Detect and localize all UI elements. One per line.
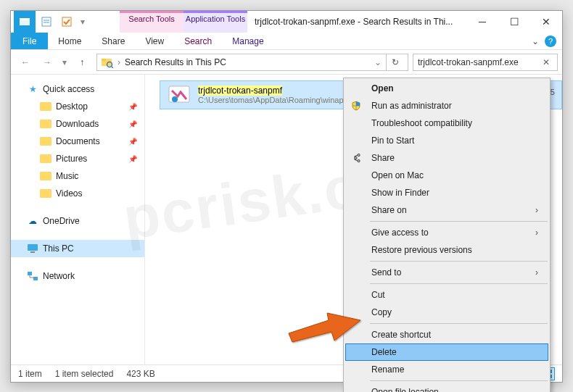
ribbon-expand-icon[interactable]: ⌄ bbox=[532, 36, 539, 46]
svg-rect-1 bbox=[20, 18, 30, 20]
svg-rect-3 bbox=[62, 17, 71, 26]
svg-point-18 bbox=[172, 96, 178, 102]
result-path: C:\Users\tomas\AppData\Roaming\winapp bbox=[198, 96, 348, 104]
ctx-give-access-to[interactable]: Give access to› bbox=[345, 224, 548, 241]
tab-manage-sub[interactable]: Manage bbox=[222, 33, 273, 49]
ctx-copy[interactable]: Copy bbox=[345, 304, 548, 321]
pin-icon: 📌 bbox=[128, 120, 137, 128]
ctx-restore-previous-versions[interactable]: Restore previous versions bbox=[345, 241, 548, 259]
quick-access-toolbar: ▾ bbox=[11, 11, 91, 33]
address-bar[interactable]: › Search Results in This PC ⌄ ↻ bbox=[96, 54, 408, 71]
maximize-button[interactable]: ☐ bbox=[498, 11, 530, 33]
nav-documents[interactable]: Documents 📌 bbox=[11, 133, 144, 150]
file-tab[interactable]: File bbox=[11, 33, 48, 49]
folder-icon bbox=[40, 153, 51, 164]
nav-music[interactable]: Music bbox=[11, 167, 144, 185]
separator bbox=[370, 261, 548, 262]
app-icon[interactable] bbox=[14, 11, 36, 33]
ctx-rename[interactable]: Rename bbox=[345, 361, 548, 378]
pin-icon: 📌 bbox=[128, 155, 137, 163]
svg-rect-11 bbox=[40, 172, 51, 180]
refresh-button[interactable]: ↻ bbox=[386, 54, 403, 70]
separator bbox=[370, 221, 548, 222]
folder-icon bbox=[40, 101, 51, 112]
shield-icon bbox=[350, 101, 363, 111]
qat-properties-icon[interactable] bbox=[37, 13, 56, 30]
chevron-right-icon: › bbox=[535, 267, 538, 278]
minimize-button[interactable]: ─ bbox=[466, 11, 498, 33]
ctx-cut[interactable]: Cut bbox=[345, 286, 548, 304]
status-size: 423 KB bbox=[126, 369, 154, 379]
nav-downloads[interactable]: Downloads 📌 bbox=[11, 115, 144, 133]
nav-onedrive[interactable]: ☁ OneDrive bbox=[11, 212, 144, 230]
ctx-open[interactable]: Open bbox=[345, 80, 548, 97]
ctx-troubleshoot-compatibility[interactable]: Troubleshoot compatibility bbox=[345, 114, 548, 132]
contextual-tabs: Search Tools Application Tools bbox=[120, 11, 247, 33]
nav-network[interactable]: Network bbox=[11, 267, 144, 285]
qat-dropdown-icon[interactable]: ▾ bbox=[78, 13, 88, 30]
folder-icon bbox=[40, 188, 51, 199]
titlebar: ▾ Search Tools Application Tools trjdlco… bbox=[11, 11, 562, 33]
separator bbox=[370, 283, 548, 284]
chevron-right-icon: › bbox=[535, 205, 538, 215]
search-input[interactable] bbox=[418, 57, 535, 67]
separator bbox=[370, 323, 548, 324]
back-button[interactable]: ← bbox=[15, 52, 36, 72]
ctx-create-shortcut[interactable]: Create shortcut bbox=[345, 326, 548, 343]
ctx-show-in-finder[interactable]: Show in Finder bbox=[345, 184, 548, 201]
qat-checkbox-icon[interactable] bbox=[57, 13, 76, 30]
pc-icon bbox=[27, 243, 38, 254]
search-folder-icon bbox=[102, 57, 113, 68]
search-box[interactable]: ✕ bbox=[413, 54, 558, 71]
ctx-open-on-mac[interactable]: Open on Mac bbox=[345, 167, 548, 184]
ctx-open-file-location[interactable]: Open file location bbox=[345, 383, 548, 392]
close-button[interactable]: ✕ bbox=[530, 11, 562, 33]
forward-button[interactable]: → bbox=[37, 52, 57, 72]
address-text: Search Results in This PC bbox=[125, 57, 370, 67]
nav-this-pc[interactable]: This PC bbox=[11, 240, 144, 257]
chevron-right-icon: › bbox=[118, 57, 120, 67]
svg-rect-5 bbox=[102, 59, 106, 61]
svg-rect-14 bbox=[30, 251, 35, 253]
address-dropdown-icon[interactable]: ⌄ bbox=[374, 57, 382, 67]
ctx-share-on[interactable]: Share on› bbox=[345, 201, 548, 219]
svg-rect-12 bbox=[40, 189, 51, 198]
tab-view[interactable]: View bbox=[135, 33, 174, 49]
annotation-arrow bbox=[285, 304, 365, 348]
nav-desktop[interactable]: Desktop 📌 bbox=[11, 98, 144, 115]
nav-label: Videos bbox=[56, 188, 82, 199]
tab-search-tools[interactable]: Search Tools bbox=[120, 11, 184, 33]
clear-search-icon[interactable]: ✕ bbox=[540, 57, 553, 67]
svg-rect-7 bbox=[40, 102, 51, 111]
svg-rect-2 bbox=[42, 17, 51, 26]
svg-rect-9 bbox=[40, 137, 51, 146]
nav-quick-access[interactable]: ★ Quick access bbox=[11, 80, 144, 98]
star-icon: ★ bbox=[27, 83, 38, 95]
ctx-send-to[interactable]: Send to› bbox=[345, 264, 548, 281]
up-button[interactable]: ↑ bbox=[72, 52, 92, 72]
navigation-bar: ← → ▾ ↑ › Search Results in This PC ⌄ ↻ … bbox=[11, 50, 562, 75]
nav-pictures[interactable]: Pictures 📌 bbox=[11, 150, 144, 167]
tab-share[interactable]: Share bbox=[91, 33, 135, 49]
svg-rect-15 bbox=[28, 272, 32, 275]
tab-search-sub[interactable]: Search bbox=[174, 33, 222, 49]
status-selection: 1 item selected bbox=[55, 369, 114, 379]
recent-locations-button[interactable]: ▾ bbox=[59, 52, 70, 72]
separator bbox=[370, 380, 548, 381]
ctx-run-as-administrator[interactable]: Run as administrator bbox=[345, 97, 548, 114]
status-item-count: 1 item bbox=[18, 369, 42, 379]
ctx-pin-to-start[interactable]: Pin to Start bbox=[345, 132, 548, 149]
ctx-delete[interactable]: Delete bbox=[345, 343, 548, 361]
tab-home[interactable]: Home bbox=[48, 33, 91, 49]
nav-videos[interactable]: Videos bbox=[11, 185, 144, 202]
share-icon bbox=[350, 153, 363, 163]
exe-icon bbox=[168, 83, 191, 107]
network-icon bbox=[27, 270, 38, 282]
pin-icon: 📌 bbox=[128, 103, 137, 111]
ribbon: File Home Share View Search Manage ⌄ ? bbox=[11, 33, 562, 50]
ctx-share[interactable]: Share bbox=[345, 149, 548, 167]
tab-application-tools[interactable]: Application Tools bbox=[184, 11, 247, 33]
folder-icon bbox=[40, 118, 51, 130]
result-filename: trjdlcot-trokan-sanpmf bbox=[198, 86, 348, 96]
help-icon[interactable]: ? bbox=[545, 36, 556, 47]
